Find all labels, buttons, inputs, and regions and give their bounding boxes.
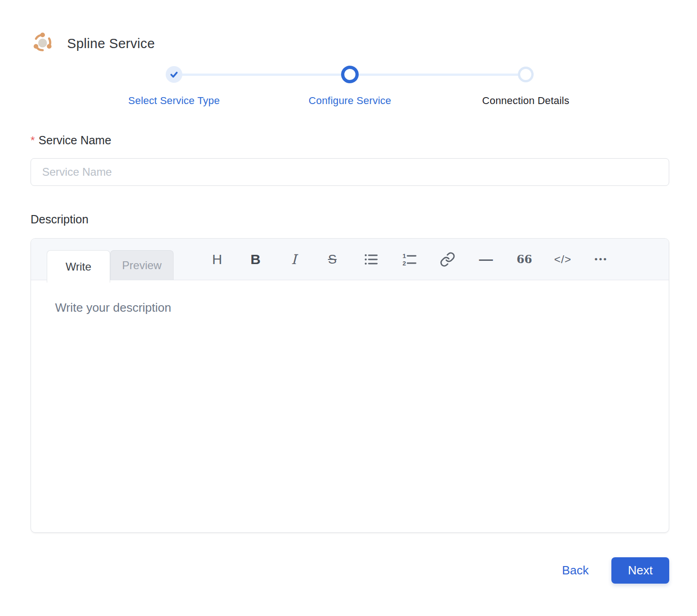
step-label: Connection Details — [482, 95, 569, 107]
editor-write-area — [31, 280, 669, 533]
bold-icon[interactable]: B — [248, 249, 263, 270]
step-select-service-type[interactable]: Select Service Type — [86, 65, 262, 107]
editor-toolbar-header: Write Preview H B I S — [31, 239, 669, 280]
more-icon[interactable]: ••• — [593, 249, 609, 270]
italic-icon[interactable]: I — [286, 249, 302, 270]
code-icon[interactable]: </> — [555, 249, 571, 270]
strikethrough-icon[interactable]: S — [324, 249, 340, 270]
page-content: Spline Service Select Service Type Confi… — [31, 0, 669, 584]
required-marker: * — [31, 134, 35, 147]
description-textarea[interactable] — [31, 280, 669, 533]
step-current-icon — [341, 66, 359, 83]
description-label: Description — [31, 213, 669, 226]
service-name-input[interactable] — [31, 158, 669, 186]
back-button[interactable]: Back — [562, 563, 589, 578]
service-name-label-text: Service Name — [38, 134, 111, 147]
description-editor: Write Preview H B I S — [31, 238, 669, 533]
step-circle-wrap — [518, 65, 534, 84]
heading-icon[interactable]: H — [209, 249, 225, 270]
next-button[interactable]: Next — [611, 557, 669, 584]
editor-toolbar: H B I S 1 2 — [209, 239, 669, 280]
page-title: Spline Service — [67, 36, 155, 51]
svg-text:1: 1 — [403, 253, 406, 259]
ordered-list-icon[interactable]: 1 2 — [401, 249, 417, 270]
step-configure-service[interactable]: Configure Service — [262, 65, 438, 107]
step-label: Select Service Type — [128, 95, 220, 107]
step-circle-wrap — [341, 65, 359, 84]
tab-write[interactable]: Write — [47, 250, 110, 283]
service-name-label: *Service Name — [31, 134, 669, 147]
link-icon[interactable] — [440, 249, 455, 270]
horizontal-rule-icon[interactable]: — — [478, 249, 494, 270]
app-header: Spline Service — [31, 0, 669, 56]
tab-preview[interactable]: Preview — [110, 250, 174, 280]
editor-tabs: Write Preview — [47, 250, 174, 283]
svg-text:2: 2 — [403, 259, 406, 266]
step-label: Configure Service — [309, 95, 391, 107]
quote-icon[interactable]: 66 — [517, 249, 532, 270]
step-pending-icon — [518, 67, 534, 82]
stepper: Select Service Type Configure Service Co… — [86, 65, 614, 107]
step-connection-details[interactable]: Connection Details — [438, 65, 614, 107]
spline-service-logo-icon — [31, 31, 55, 56]
step-circle-wrap — [166, 65, 182, 84]
wizard-footer: Back Next — [31, 557, 669, 584]
unordered-list-icon[interactable] — [363, 249, 379, 270]
step-completed-check-icon — [166, 66, 182, 83]
